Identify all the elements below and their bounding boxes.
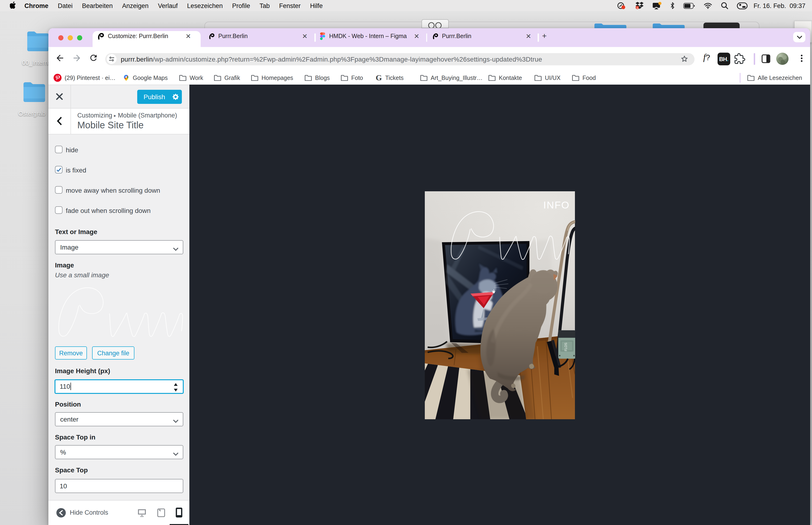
svg-text:INFO: INFO — [543, 199, 570, 210]
svg-text:FLOS: FLOS — [564, 342, 568, 351]
svg-text:1: 1 — [637, 6, 638, 9]
